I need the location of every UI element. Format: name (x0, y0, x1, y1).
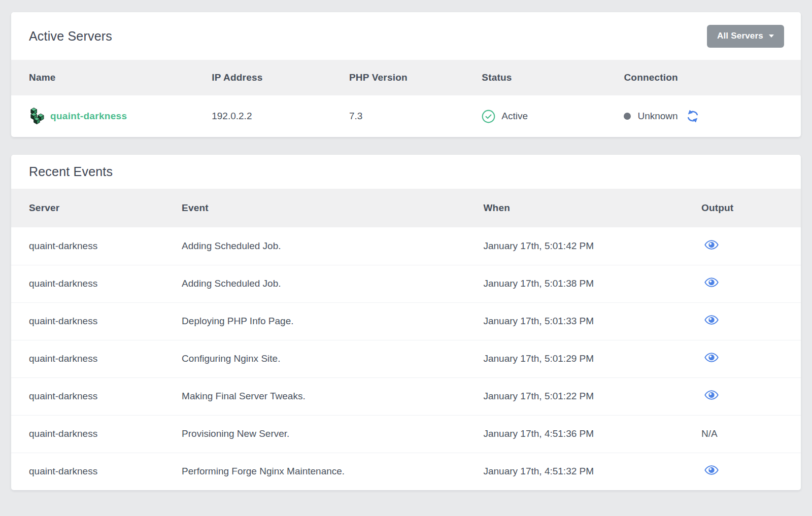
active-servers-table: Name IP Address PHP Version Status Conne… (11, 60, 801, 137)
server-connection-text: Unknown (637, 111, 678, 122)
active-servers-header-row: Name IP Address PHP Version Status Conne… (11, 60, 801, 95)
column-header-ip: IP Address (212, 60, 349, 95)
event-when: January 17th, 4:51:36 PM (483, 415, 701, 453)
eye-icon[interactable] (704, 239, 719, 250)
event-server: quaint-darkness (11, 302, 182, 340)
event-row: quaint-darkness Performing Forge Nginx M… (11, 453, 801, 490)
server-row: quaint-darkness 192.0.2.2 7.3 (11, 95, 801, 137)
server-status-text: Active (501, 111, 528, 122)
event-when: January 17th, 5:01:29 PM (483, 340, 701, 377)
event-description: Configuring Nginx Site. (182, 340, 483, 377)
recent-events-card: Recent Events Server Event When Output q… (11, 155, 801, 490)
recent-events-table: Server Event When Output quaint-darkness… (11, 189, 801, 490)
event-description: Making Final Server Tweaks. (182, 377, 483, 415)
event-when: January 17th, 5:01:33 PM (483, 302, 701, 340)
eye-icon[interactable] (704, 277, 719, 288)
eye-icon[interactable] (704, 465, 719, 475)
server-cubes-icon (29, 107, 45, 126)
output-na-text: N/A (701, 428, 718, 439)
column-header-event: Event (182, 189, 483, 227)
event-description: Adding Scheduled Job. (182, 227, 483, 265)
event-server: quaint-darkness (11, 340, 182, 377)
event-description: Provisioning New Server. (182, 415, 483, 453)
eye-icon[interactable] (704, 315, 719, 325)
event-server: quaint-darkness (11, 227, 182, 265)
refresh-icon[interactable] (686, 110, 699, 123)
server-name-link[interactable]: quaint-darkness (50, 111, 127, 122)
event-description: Adding Scheduled Job. (182, 265, 483, 302)
event-row: quaint-darkness Adding Scheduled Job. Ja… (11, 265, 801, 302)
event-server: quaint-darkness (11, 265, 182, 302)
recent-events-title: Recent Events (29, 164, 113, 179)
active-servers-title: Active Servers (29, 29, 112, 44)
recent-events-body: quaint-darkness Adding Scheduled Job. Ja… (11, 227, 801, 490)
event-output-cell (701, 453, 801, 490)
event-server: quaint-darkness (11, 377, 182, 415)
event-description: Deploying PHP Info Page. (182, 302, 483, 340)
column-header-php-version: PHP Version (349, 60, 482, 95)
all-servers-dropdown-button[interactable]: All Servers (707, 25, 784, 48)
column-header-name: Name (11, 60, 212, 95)
check-circle-icon (482, 110, 495, 123)
event-row: quaint-darkness Provisioning New Server.… (11, 415, 801, 453)
event-server: quaint-darkness (11, 453, 182, 490)
recent-events-header-row: Server Event When Output (11, 189, 801, 227)
column-header-connection: Connection (624, 60, 801, 95)
event-when: January 17th, 5:01:42 PM (483, 227, 701, 265)
server-ip-address: 192.0.2.2 (212, 95, 349, 137)
column-header-when: When (483, 189, 701, 227)
gray-dot-icon (624, 113, 631, 120)
event-description: Performing Forge Nginx Maintenance. (182, 453, 483, 490)
event-output-cell (701, 265, 801, 302)
event-output-cell (701, 377, 801, 415)
column-header-server: Server (11, 189, 182, 227)
event-output-cell: N/A (701, 415, 801, 453)
event-row: quaint-darkness Making Final Server Twea… (11, 377, 801, 415)
active-servers-card: Active Servers All Servers Name IP Addre… (11, 12, 801, 137)
event-when: January 17th, 5:01:38 PM (483, 265, 701, 302)
event-output-cell (701, 302, 801, 340)
all-servers-dropdown-label: All Servers (717, 31, 763, 41)
column-header-status: Status (482, 60, 624, 95)
event-when: January 17th, 4:51:32 PM (483, 453, 701, 490)
event-server: quaint-darkness (11, 415, 182, 453)
server-php-version: 7.3 (349, 95, 482, 137)
dashboard-page: Active Servers All Servers Name IP Addre… (0, 0, 812, 504)
event-output-cell (701, 227, 801, 265)
eye-icon[interactable] (704, 352, 719, 363)
recent-events-header: Recent Events (11, 155, 801, 189)
active-servers-header: Active Servers All Servers (11, 12, 801, 60)
event-row: quaint-darkness Deploying PHP Info Page.… (11, 302, 801, 340)
event-row: quaint-darkness Configuring Nginx Site. … (11, 340, 801, 377)
eye-icon[interactable] (704, 390, 719, 400)
event-row: quaint-darkness Adding Scheduled Job. Ja… (11, 227, 801, 265)
chevron-down-icon (769, 35, 774, 38)
event-when: January 17th, 5:01:22 PM (483, 377, 701, 415)
column-header-output: Output (701, 189, 801, 227)
event-output-cell (701, 340, 801, 377)
